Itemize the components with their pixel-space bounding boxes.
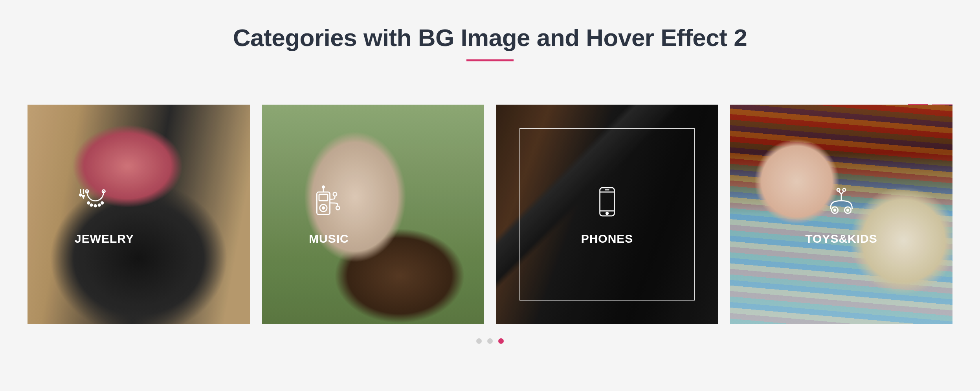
category-card-music[interactable]: MUSIC — [262, 105, 484, 324]
category-card-phones[interactable]: PHONES — [496, 105, 718, 324]
svg-point-17 — [336, 206, 340, 210]
smartphone-icon — [588, 183, 626, 221]
svg-point-4 — [101, 202, 103, 204]
svg-rect-11 — [319, 194, 328, 201]
card-content: JEWELRY — [28, 105, 250, 324]
section-title: Categories with BG Image and Hover Effec… — [28, 24, 952, 52]
category-label: TOYS&KIDS — [805, 232, 877, 245]
svg-point-0 — [87, 202, 90, 204]
svg-point-1 — [90, 204, 93, 207]
card-content: MUSIC — [262, 105, 484, 324]
carousel-dots — [28, 338, 952, 344]
svg-point-25 — [834, 209, 836, 211]
category-cards-row: JEWELRY MUSIC — [28, 105, 952, 324]
category-card-jewelry[interactable]: JEWELRY — [28, 105, 250, 324]
svg-point-28 — [837, 188, 840, 191]
svg-point-26 — [847, 209, 849, 211]
svg-point-2 — [94, 205, 97, 207]
necklace-icon — [75, 183, 112, 221]
category-label: MUSIC — [309, 232, 349, 245]
card-content: PHONES — [496, 105, 718, 324]
category-label: JEWELRY — [75, 232, 134, 245]
carousel-dot-2[interactable] — [487, 338, 493, 344]
category-label: PHONES — [581, 232, 633, 245]
music-player-icon — [309, 183, 347, 221]
svg-point-29 — [843, 188, 846, 191]
carousel-dot-1[interactable] — [476, 338, 482, 344]
svg-point-8 — [79, 194, 82, 196]
card-content: TOYS&KIDS — [730, 105, 952, 324]
toy-car-icon — [822, 183, 860, 221]
svg-point-3 — [98, 204, 101, 207]
title-underline — [466, 59, 514, 61]
svg-point-15 — [322, 186, 325, 188]
svg-point-13 — [322, 207, 325, 209]
svg-point-16 — [333, 192, 337, 196]
categories-section: Categories with BG Image and Hover Effec… — [28, 24, 952, 344]
carousel-dot-3[interactable] — [498, 338, 504, 344]
category-card-toys[interactable]: TOYS&KIDS — [730, 105, 952, 324]
svg-point-21 — [606, 212, 608, 215]
